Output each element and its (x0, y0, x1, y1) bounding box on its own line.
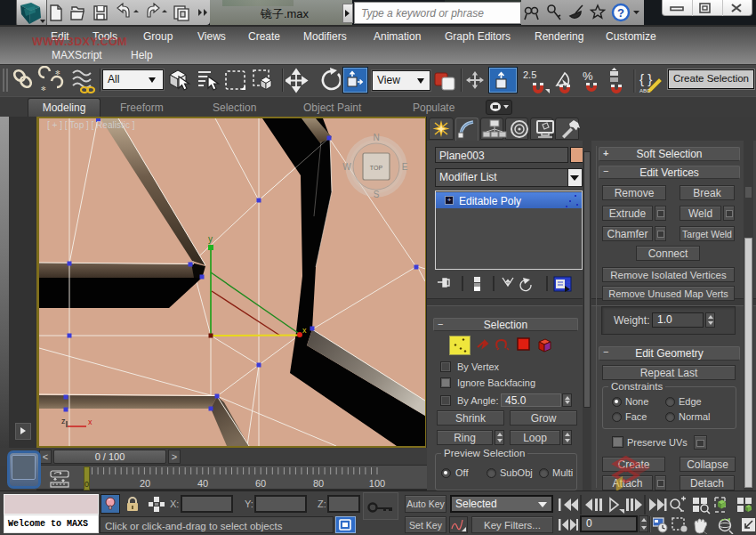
svg-text:2.5: 2.5 (523, 69, 536, 80)
svg-text:[ + ] [ Top ] [ Realistic ]: [ + ] [ Top ] [ Realistic ] (47, 120, 135, 130)
svg-text:%: % (583, 69, 593, 83)
svg-text:x: x (302, 326, 307, 335)
svg-text:x: x (88, 417, 92, 426)
svg-text:N: N (373, 133, 379, 142)
svg-text:20: 20 (140, 478, 150, 489)
svg-text:y: y (208, 234, 213, 244)
svg-text:100: 100 (369, 478, 385, 489)
svg-text:60: 60 (255, 478, 266, 489)
svg-text:E: E (402, 162, 408, 172)
svg-text:W: W (342, 162, 351, 172)
svg-text:40: 40 (197, 478, 208, 489)
svg-text:✻: ✻ (55, 69, 60, 76)
svg-text:ABC: ABC (639, 88, 651, 93)
svg-text:{ }: { } (639, 71, 652, 86)
svg-text:z: z (61, 417, 66, 426)
svg-text:✻: ✻ (41, 85, 46, 92)
svg-text:S: S (374, 190, 380, 199)
svg-text:TOP: TOP (370, 165, 383, 171)
svg-text:?: ? (617, 6, 624, 20)
svg-text:80: 80 (313, 478, 324, 489)
